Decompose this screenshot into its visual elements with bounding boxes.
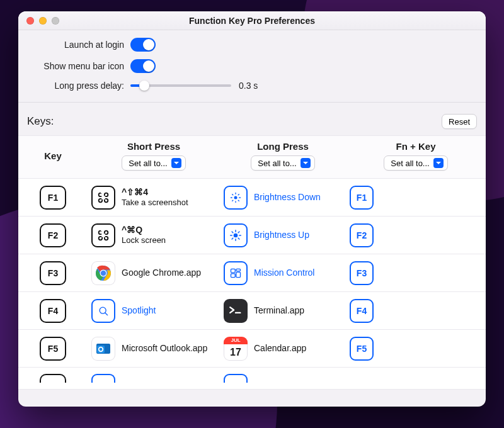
action-label: Mission Control xyxy=(254,268,314,279)
table-row: F5Microsoft Outlook.appJUL17Calendar.app… xyxy=(18,330,486,368)
calendar-icon: JUL17 xyxy=(224,337,248,361)
column-long: Long Press xyxy=(257,141,309,152)
action-label: Calendar.app xyxy=(254,343,306,354)
fn-key-icon: F2 xyxy=(350,223,374,247)
shortcut-desc: Take a screenshot xyxy=(122,198,188,208)
fn-key-icon: F5 xyxy=(350,337,374,361)
command-key-icon xyxy=(91,223,115,247)
long-press-action[interactable]: Brightness Up xyxy=(220,223,346,247)
table-row: F1^⇧⌘4Take a screenshotBrightness DownF1 xyxy=(18,179,486,217)
keycap[interactable]: F3 xyxy=(40,261,66,285)
fn-key-action[interactable]: F2 xyxy=(346,223,486,247)
short-press-action[interactable]: ^⇧⌘4Take a screenshot xyxy=(88,186,220,210)
fn-key-icon: F1 xyxy=(350,186,374,210)
long-press-delay-label: Long press delay: xyxy=(31,81,124,91)
column-short: Short Press xyxy=(127,141,180,152)
table-row: F2^⌘QLock screenBrightness UpF2 xyxy=(18,217,486,254)
long-press-action[interactable]: Brightness Down xyxy=(220,186,346,210)
keys-table: Key Short Press Set all to... Long Press… xyxy=(18,135,486,390)
fn-key-action[interactable]: F1 xyxy=(346,186,486,210)
chrome-icon xyxy=(91,261,115,285)
long-press-action[interactable]: JUL17Calendar.app xyxy=(220,337,346,361)
action-label: Microsoft Outlook.app xyxy=(122,343,207,354)
keycap[interactable]: F5 xyxy=(40,337,66,361)
general-settings: Launch at login Show menu bar icon Long … xyxy=(18,30,486,103)
preferences-window: Function Key Pro Preferences Launch at l… xyxy=(18,11,486,407)
launch-at-login-label: Launch at login xyxy=(31,40,124,50)
command-key-icon xyxy=(91,186,115,210)
shortcut-combo: ^⇧⌘4 xyxy=(122,187,188,198)
set-all-short[interactable]: Set all to... xyxy=(122,155,185,171)
column-fn: Fn + Key xyxy=(396,141,436,152)
long-press-action[interactable]: Mission Control xyxy=(220,261,346,285)
brightness-up-icon xyxy=(224,223,248,247)
brightness-down-icon xyxy=(224,186,248,210)
fn-key-action[interactable]: F4 xyxy=(346,299,486,323)
long-press-delay-value: 0.3 s xyxy=(239,81,258,91)
fn-key-icon: F3 xyxy=(350,261,374,285)
keys-section-header: Keys: Reset xyxy=(18,103,486,135)
keycap[interactable]: F4 xyxy=(40,299,66,323)
reset-button[interactable]: Reset xyxy=(442,114,477,129)
short-press-action[interactable]: Spotlight xyxy=(88,299,220,323)
action-label: Google Chrome.app xyxy=(122,268,201,279)
column-key: Key xyxy=(44,150,62,161)
chevron-down-icon xyxy=(171,158,181,168)
outlook-icon xyxy=(91,337,115,361)
short-press-action[interactable]: ^⌘QLock screen xyxy=(88,223,220,247)
set-all-fn[interactable]: Set all to... xyxy=(384,155,447,171)
fn-key-action[interactable]: F3 xyxy=(346,261,486,285)
table-row: F3Google Chrome.appMission ControlF3 xyxy=(18,254,486,292)
mission-control-icon xyxy=(224,261,248,285)
table-row: F4SpotlightTerminal.appF4 xyxy=(18,292,486,330)
action-label: Terminal.app xyxy=(254,305,304,317)
long-press-action[interactable]: Terminal.app xyxy=(220,299,346,323)
menu-bar-icon-toggle[interactable] xyxy=(130,59,156,73)
keycap[interactable]: F1 xyxy=(40,186,66,210)
action-label: Spotlight xyxy=(122,305,156,317)
window-title: Function Key Pro Preferences xyxy=(18,16,486,26)
menu-bar-icon-row: Show menu bar icon xyxy=(31,59,473,73)
fn-key-icon: F4 xyxy=(350,299,374,323)
short-press-action[interactable]: Google Chrome.app xyxy=(88,261,220,285)
titlebar: Function Key Pro Preferences xyxy=(18,11,486,30)
shortcut-desc: Lock screen xyxy=(122,235,166,245)
terminal-icon xyxy=(224,299,248,323)
keys-table-body: F1^⇧⌘4Take a screenshotBrightness DownF1… xyxy=(18,179,486,390)
launch-at-login-toggle[interactable] xyxy=(130,38,156,52)
chevron-down-icon xyxy=(433,158,444,168)
launch-at-login-row: Launch at login xyxy=(31,38,473,52)
table-row xyxy=(18,368,486,390)
long-press-delay-row: Long press delay: 0.3 s xyxy=(31,81,473,91)
keys-section-label: Keys: xyxy=(27,115,54,128)
action-label: Brightness Up xyxy=(254,230,309,241)
keycap[interactable]: F2 xyxy=(40,223,66,247)
set-all-long[interactable]: Set all to... xyxy=(251,155,314,171)
keys-table-header: Key Short Press Set all to... Long Press… xyxy=(18,135,486,179)
spotlight-icon xyxy=(91,299,115,323)
fn-key-action[interactable]: F5 xyxy=(346,337,486,361)
action-label: Brightness Down xyxy=(254,192,321,203)
short-press-action[interactable]: Microsoft Outlook.app xyxy=(88,337,220,361)
chevron-down-icon xyxy=(301,158,311,168)
shortcut-combo: ^⌘Q xyxy=(122,225,166,236)
menu-bar-icon-label: Show menu bar icon xyxy=(31,61,124,71)
long-press-delay-slider[interactable] xyxy=(130,84,231,87)
